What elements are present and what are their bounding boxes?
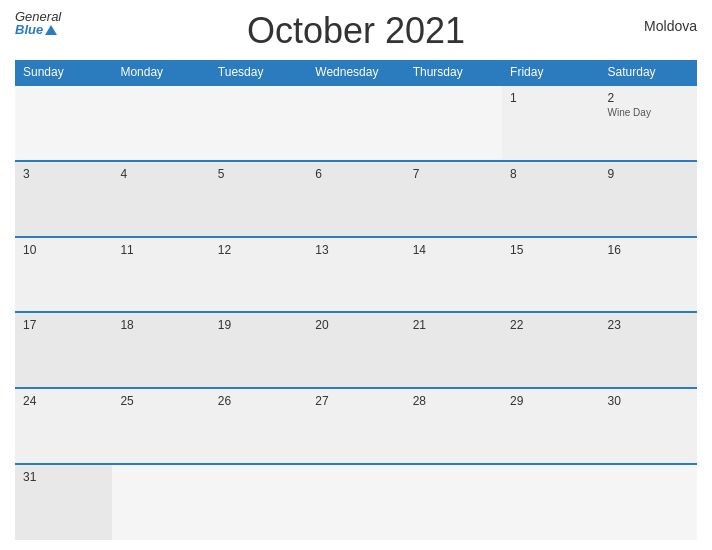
calendar-container: General Blue October 2021 Moldova Sunday… bbox=[0, 0, 712, 550]
calendar-cell: 19 bbox=[210, 312, 307, 388]
day-number: 30 bbox=[608, 394, 689, 408]
calendar-cell bbox=[405, 464, 502, 540]
calendar-cell: 4 bbox=[112, 161, 209, 237]
calendar-cell bbox=[307, 464, 404, 540]
calendar-header: General Blue October 2021 Moldova bbox=[15, 10, 697, 52]
day-number: 2 bbox=[608, 91, 689, 105]
day-number: 4 bbox=[120, 167, 201, 181]
calendar-cell: 5 bbox=[210, 161, 307, 237]
calendar-cell: 24 bbox=[15, 388, 112, 464]
day-number: 10 bbox=[23, 243, 104, 257]
day-number: 18 bbox=[120, 318, 201, 332]
calendar-cell bbox=[112, 85, 209, 161]
weekday-header-row: SundayMondayTuesdayWednesdayThursdayFrid… bbox=[15, 60, 697, 85]
event-label: Wine Day bbox=[608, 107, 689, 118]
calendar-cell: 17 bbox=[15, 312, 112, 388]
day-number: 11 bbox=[120, 243, 201, 257]
country-label: Moldova bbox=[644, 18, 697, 34]
day-number: 14 bbox=[413, 243, 494, 257]
day-number: 6 bbox=[315, 167, 396, 181]
logo-row: Blue bbox=[15, 23, 57, 36]
calendar-cell: 23 bbox=[600, 312, 697, 388]
calendar-cell: 20 bbox=[307, 312, 404, 388]
weekday-header-wednesday: Wednesday bbox=[307, 60, 404, 85]
calendar-cell: 22 bbox=[502, 312, 599, 388]
calendar-cell: 6 bbox=[307, 161, 404, 237]
calendar-cell bbox=[15, 85, 112, 161]
calendar-cell: 16 bbox=[600, 237, 697, 313]
calendar-cell: 3 bbox=[15, 161, 112, 237]
weekday-header-saturday: Saturday bbox=[600, 60, 697, 85]
weekday-header-friday: Friday bbox=[502, 60, 599, 85]
calendar-cell: 10 bbox=[15, 237, 112, 313]
day-number: 5 bbox=[218, 167, 299, 181]
day-number: 8 bbox=[510, 167, 591, 181]
calendar-cell: 21 bbox=[405, 312, 502, 388]
weekday-header-tuesday: Tuesday bbox=[210, 60, 307, 85]
day-number: 27 bbox=[315, 394, 396, 408]
calendar-cell: 9 bbox=[600, 161, 697, 237]
calendar-cell bbox=[210, 464, 307, 540]
weekday-header-thursday: Thursday bbox=[405, 60, 502, 85]
day-number: 13 bbox=[315, 243, 396, 257]
calendar-cell: 13 bbox=[307, 237, 404, 313]
calendar-cell: 25 bbox=[112, 388, 209, 464]
calendar-cell: 12 bbox=[210, 237, 307, 313]
calendar-thead: SundayMondayTuesdayWednesdayThursdayFrid… bbox=[15, 60, 697, 85]
day-number: 1 bbox=[510, 91, 591, 105]
day-number: 21 bbox=[413, 318, 494, 332]
day-number: 19 bbox=[218, 318, 299, 332]
calendar-cell: 15 bbox=[502, 237, 599, 313]
day-number: 3 bbox=[23, 167, 104, 181]
day-number: 29 bbox=[510, 394, 591, 408]
calendar-tbody: 12Wine Day345678910111213141516171819202… bbox=[15, 85, 697, 540]
calendar-cell bbox=[210, 85, 307, 161]
day-number: 7 bbox=[413, 167, 494, 181]
day-number: 26 bbox=[218, 394, 299, 408]
day-number: 25 bbox=[120, 394, 201, 408]
calendar-title: October 2021 bbox=[247, 10, 465, 52]
calendar-cell: 18 bbox=[112, 312, 209, 388]
day-number: 22 bbox=[510, 318, 591, 332]
calendar-cell: 27 bbox=[307, 388, 404, 464]
day-number: 31 bbox=[23, 470, 104, 484]
day-number: 15 bbox=[510, 243, 591, 257]
calendar-cell: 11 bbox=[112, 237, 209, 313]
day-number: 20 bbox=[315, 318, 396, 332]
calendar-cell bbox=[600, 464, 697, 540]
calendar-cell bbox=[307, 85, 404, 161]
calendar-cell: 14 bbox=[405, 237, 502, 313]
calendar-cell: 26 bbox=[210, 388, 307, 464]
calendar-cell: 29 bbox=[502, 388, 599, 464]
day-number: 28 bbox=[413, 394, 494, 408]
calendar-cell: 31 bbox=[15, 464, 112, 540]
logo-triangle-icon bbox=[45, 25, 57, 35]
week-row-5: 31 bbox=[15, 464, 697, 540]
week-row-3: 17181920212223 bbox=[15, 312, 697, 388]
calendar-cell bbox=[112, 464, 209, 540]
calendar-cell: 8 bbox=[502, 161, 599, 237]
calendar-cell: 7 bbox=[405, 161, 502, 237]
calendar-table: SundayMondayTuesdayWednesdayThursdayFrid… bbox=[15, 60, 697, 540]
day-number: 12 bbox=[218, 243, 299, 257]
day-number: 16 bbox=[608, 243, 689, 257]
week-row-0: 12Wine Day bbox=[15, 85, 697, 161]
calendar-cell: 30 bbox=[600, 388, 697, 464]
weekday-header-sunday: Sunday bbox=[15, 60, 112, 85]
calendar-cell bbox=[405, 85, 502, 161]
week-row-2: 10111213141516 bbox=[15, 237, 697, 313]
logo-blue-text: Blue bbox=[15, 23, 43, 36]
calendar-cell: 2Wine Day bbox=[600, 85, 697, 161]
week-row-4: 24252627282930 bbox=[15, 388, 697, 464]
day-number: 17 bbox=[23, 318, 104, 332]
calendar-cell: 1 bbox=[502, 85, 599, 161]
weekday-header-monday: Monday bbox=[112, 60, 209, 85]
day-number: 24 bbox=[23, 394, 104, 408]
calendar-cell bbox=[502, 464, 599, 540]
week-row-1: 3456789 bbox=[15, 161, 697, 237]
day-number: 9 bbox=[608, 167, 689, 181]
calendar-cell: 28 bbox=[405, 388, 502, 464]
day-number: 23 bbox=[608, 318, 689, 332]
logo: General Blue bbox=[15, 10, 61, 36]
